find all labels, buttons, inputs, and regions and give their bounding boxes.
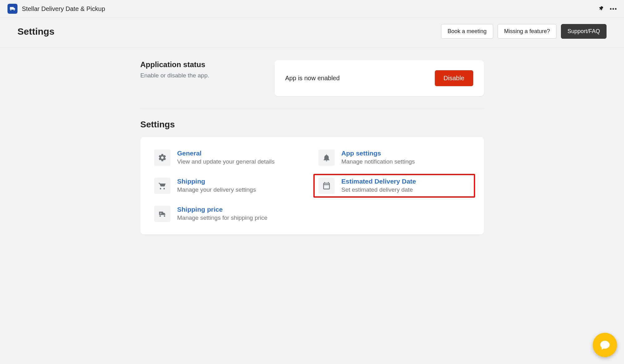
status-desc: Enable or disable the app.	[140, 72, 262, 79]
setting-desc: Manage notification settings	[341, 158, 415, 165]
gear-icon	[154, 150, 170, 166]
setting-text: General View and update your general det…	[177, 150, 275, 165]
support-faq-button[interactable]: Support/FAQ	[561, 24, 607, 39]
cart-icon	[154, 178, 170, 194]
setting-title: Shipping	[177, 178, 256, 185]
setting-item-general[interactable]: General View and update your general det…	[154, 150, 306, 166]
app-logo-icon	[7, 4, 17, 14]
setting-title: Shipping price	[177, 206, 268, 213]
truck-price-icon: $	[154, 206, 170, 222]
setting-desc: Manage settings for shipping price	[177, 214, 268, 221]
setting-item-shipping[interactable]: Shipping Manage your delivery settings	[154, 178, 306, 194]
setting-text: Shipping price Manage settings for shipp…	[177, 206, 268, 221]
setting-desc: Set estimated delivery date	[341, 186, 416, 193]
app-title: Stellar Delivery Date & Pickup	[22, 5, 105, 12]
page-actions: Book a meeting Missing a feature? Suppor…	[441, 24, 607, 39]
calendar-icon	[318, 178, 335, 194]
setting-desc: Manage your delivery settings	[177, 186, 256, 193]
setting-desc: View and update your general details	[177, 158, 275, 165]
setting-item-estimated-delivery-wrapper: Estimated Delivery Date Set estimated de…	[318, 178, 470, 194]
book-meeting-button[interactable]: Book a meeting	[441, 24, 493, 39]
settings-heading: Settings	[140, 120, 484, 130]
setting-item-app-settings[interactable]: App settings Manage notification setting…	[318, 150, 470, 166]
status-card: App is now enabled Disable	[275, 60, 484, 96]
status-heading: Application status	[140, 60, 262, 69]
application-status-section: Application status Enable or disable the…	[140, 60, 484, 109]
setting-title: General	[177, 150, 275, 157]
page-title: Settings	[17, 26, 54, 37]
setting-title: Estimated Delivery Date	[341, 178, 416, 185]
settings-grid: General View and update your general det…	[140, 137, 484, 234]
setting-text: App settings Manage notification setting…	[341, 150, 415, 165]
pin-icon[interactable]	[598, 6, 604, 12]
content: Application status Enable or disable the…	[106, 48, 518, 253]
bell-icon	[318, 150, 335, 166]
setting-title: App settings	[341, 150, 415, 157]
page-bar: Settings Book a meeting Missing a featur…	[0, 18, 624, 48]
more-icon[interactable]	[610, 8, 617, 10]
disable-button[interactable]: Disable	[435, 70, 473, 86]
setting-item-estimated-delivery[interactable]: Estimated Delivery Date Set estimated de…	[318, 178, 470, 194]
missing-feature-button[interactable]: Missing a feature?	[498, 24, 557, 39]
status-text: App is now enabled	[285, 75, 340, 82]
header-actions	[598, 6, 617, 12]
setting-text: Estimated Delivery Date Set estimated de…	[341, 178, 416, 193]
svg-text:$: $	[160, 213, 161, 214]
setting-item-shipping-price[interactable]: $ Shipping price Manage settings for shi…	[154, 206, 306, 222]
highlight-box: Estimated Delivery Date Set estimated de…	[313, 174, 475, 198]
setting-text: Shipping Manage your delivery settings	[177, 178, 256, 193]
status-left: Application status Enable or disable the…	[140, 60, 262, 79]
app-header: Stellar Delivery Date & Pickup	[0, 0, 624, 18]
